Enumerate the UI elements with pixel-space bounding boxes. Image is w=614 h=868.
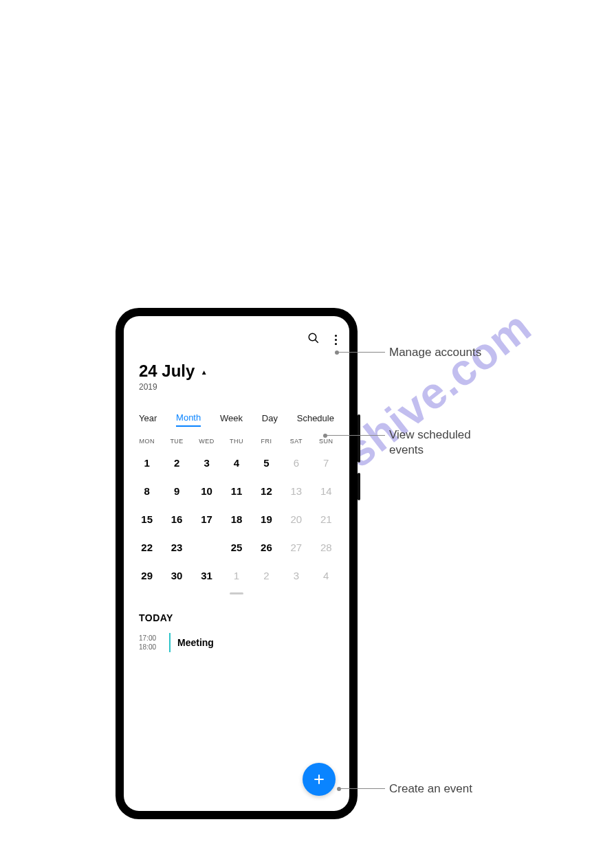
calendar-day[interactable]: 10	[192, 477, 221, 505]
calendar-day[interactable]: 12	[252, 477, 281, 505]
today-heading: TODAY	[139, 612, 341, 623]
svg-line-1	[315, 340, 318, 343]
tab-schedule[interactable]: Schedule	[297, 410, 334, 426]
event-row[interactable]: 17:00 18:00 Meeting	[139, 633, 341, 652]
calendar-day[interactable]: 26	[252, 533, 281, 561]
annotation-line	[339, 788, 385, 789]
tab-year[interactable]: Year	[139, 410, 157, 426]
weekday-label: SUN	[311, 436, 341, 446]
calendar-day[interactable]: 22	[132, 533, 162, 561]
weekday-label: FRI	[252, 436, 281, 446]
calendar-day[interactable]: 29	[132, 561, 162, 590]
weekday-label: SAT	[281, 436, 311, 446]
calendar-row: 2930311234	[132, 561, 341, 590]
calendar-day[interactable]: 5	[252, 449, 281, 477]
calendar-day[interactable]: 23	[162, 533, 191, 561]
annotation-schedule: View scheduled events	[389, 427, 492, 458]
calendar-day[interactable]: 20	[281, 505, 311, 533]
calendar-day[interactable]: 6	[281, 449, 311, 477]
calendar-day[interactable]: 2	[162, 449, 191, 477]
weekday-header: MONTUEWEDTHUFRISATSUN	[132, 436, 341, 446]
annotation-line	[325, 435, 385, 436]
calendar-day[interactable]: 24	[192, 533, 221, 561]
event-times: 17:00 18:00	[139, 634, 162, 652]
calendar-day[interactable]: 21	[311, 505, 341, 533]
tab-month[interactable]: Month	[176, 410, 201, 427]
chevron-up-icon: ▲	[201, 368, 208, 376]
calendar-day[interactable]: 17	[192, 505, 221, 533]
drag-handle[interactable]	[230, 592, 243, 594]
calendar-day[interactable]: 1	[132, 449, 162, 477]
calendar-day[interactable]: 28	[311, 533, 341, 561]
calendar-day[interactable]: 15	[132, 505, 162, 533]
date-title: 24 July	[139, 361, 195, 381]
calendar-day[interactable]: 9	[162, 477, 191, 505]
annotation-manage: Manage accounts	[389, 345, 481, 360]
calendar-day[interactable]: 25	[221, 533, 251, 561]
create-event-button[interactable]	[303, 763, 336, 796]
event-end: 18:00	[139, 643, 162, 652]
date-header[interactable]: 24 July ▲ 2019	[132, 361, 341, 392]
volume-button	[358, 414, 360, 463]
more-icon[interactable]	[335, 335, 337, 345]
calendar-row: 22232425262728	[132, 533, 341, 561]
event-title: Meeting	[177, 637, 214, 648]
weekday-label: TUE	[162, 436, 191, 446]
event-start: 17:00	[139, 634, 162, 643]
toolbar	[132, 327, 341, 352]
calendar-day[interactable]: 16	[162, 505, 191, 533]
year-label: 2019	[139, 382, 341, 392]
calendar-day[interactable]: 11	[221, 477, 251, 505]
calendar-day[interactable]: 3	[281, 561, 311, 590]
annotation-create: Create an event	[389, 781, 472, 797]
tab-week[interactable]: Week	[220, 410, 243, 426]
calendar-day[interactable]: 8	[132, 477, 162, 505]
calendar-row: 1234567	[132, 449, 341, 477]
tab-day[interactable]: Day	[262, 410, 278, 426]
phone-screen: 24 July ▲ 2019 Year Month Week Day Sched…	[124, 316, 349, 811]
calendar-row: 891011121314	[132, 477, 341, 505]
calendar-day[interactable]: 13	[281, 477, 311, 505]
calendar-day[interactable]: 1	[221, 561, 251, 590]
calendar-day[interactable]: 4	[221, 449, 251, 477]
weekday-label: WED	[192, 436, 221, 446]
calendar-day[interactable]: 18	[221, 505, 251, 533]
weekday-label: THU	[221, 436, 251, 446]
event-color-bar	[169, 633, 171, 652]
power-button	[358, 473, 360, 500]
calendar-grid: 1234567891011121314151617181920212223242…	[132, 449, 341, 590]
plus-icon	[312, 772, 326, 786]
search-icon[interactable]	[307, 332, 320, 347]
calendar-day[interactable]: 27	[281, 533, 311, 561]
calendar-day[interactable]: 2	[252, 561, 281, 590]
calendar-day[interactable]: 19	[252, 505, 281, 533]
svg-point-0	[309, 333, 316, 341]
calendar-row: 15161718192021	[132, 505, 341, 533]
calendar-day[interactable]: 7	[311, 449, 341, 477]
calendar-day[interactable]: 4	[311, 561, 341, 590]
calendar-day[interactable]: 3	[192, 449, 221, 477]
annotation-line	[337, 352, 385, 353]
phone-frame: 24 July ▲ 2019 Year Month Week Day Sched…	[116, 308, 358, 819]
weekday-label: MON	[132, 436, 162, 446]
calendar-day[interactable]: 31	[192, 561, 221, 590]
calendar-day[interactable]: 14	[311, 477, 341, 505]
calendar-day[interactable]: 30	[162, 561, 191, 590]
view-tabs: Year Month Week Day Schedule	[139, 410, 334, 427]
